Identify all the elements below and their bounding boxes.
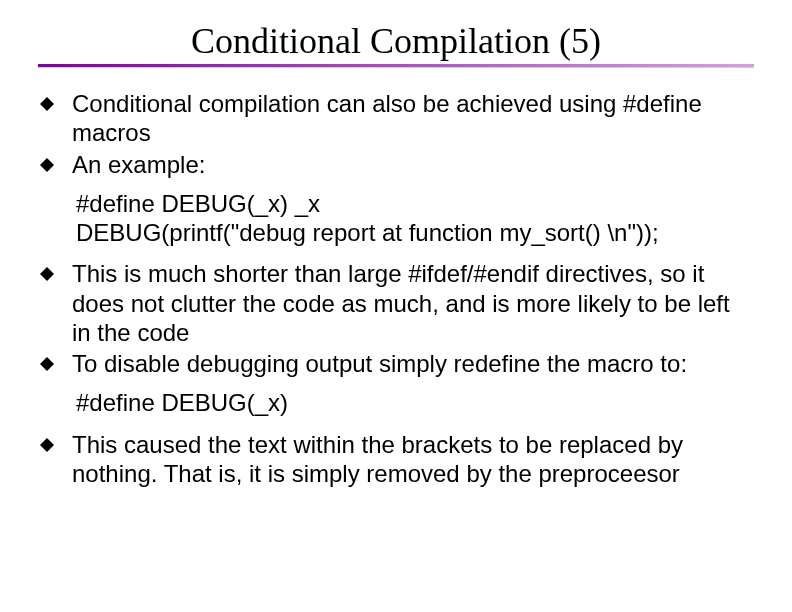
bullet-item: An example: bbox=[38, 150, 754, 179]
code-line: #define DEBUG(_x) _x bbox=[76, 189, 754, 218]
bullet-item: To disable debugging output simply redef… bbox=[38, 349, 754, 378]
svg-marker-3 bbox=[40, 357, 54, 371]
diamond-bullet-icon bbox=[40, 97, 54, 111]
slide-container: Conditional Compilation (5) Conditional … bbox=[0, 0, 792, 510]
code-example: #define DEBUG(_x) bbox=[76, 388, 754, 417]
svg-marker-2 bbox=[40, 267, 54, 281]
bullet-item: This caused the text within the brackets… bbox=[38, 430, 754, 489]
svg-marker-4 bbox=[40, 438, 54, 452]
bullet-text: This is much shorter than large #ifdef/#… bbox=[72, 259, 754, 347]
bullet-text: Conditional compilation can also be achi… bbox=[72, 89, 754, 148]
svg-marker-0 bbox=[40, 97, 54, 111]
bullet-text: An example: bbox=[72, 150, 754, 179]
title-underline bbox=[38, 64, 754, 67]
diamond-bullet-icon bbox=[40, 438, 54, 452]
svg-marker-1 bbox=[40, 158, 54, 172]
diamond-bullet-icon bbox=[40, 158, 54, 172]
code-line: #define DEBUG(_x) bbox=[76, 388, 754, 417]
diamond-bullet-icon bbox=[40, 267, 54, 281]
bullet-item: This is much shorter than large #ifdef/#… bbox=[38, 259, 754, 347]
bullet-item: Conditional compilation can also be achi… bbox=[38, 89, 754, 148]
bullet-text: This caused the text within the brackets… bbox=[72, 430, 754, 489]
bullet-text: To disable debugging output simply redef… bbox=[72, 349, 754, 378]
code-line: DEBUG(printf("debug report at function m… bbox=[76, 218, 754, 247]
code-example: #define DEBUG(_x) _x DEBUG(printf("debug… bbox=[76, 189, 754, 248]
diamond-bullet-icon bbox=[40, 357, 54, 371]
slide-title: Conditional Compilation (5) bbox=[38, 20, 754, 62]
